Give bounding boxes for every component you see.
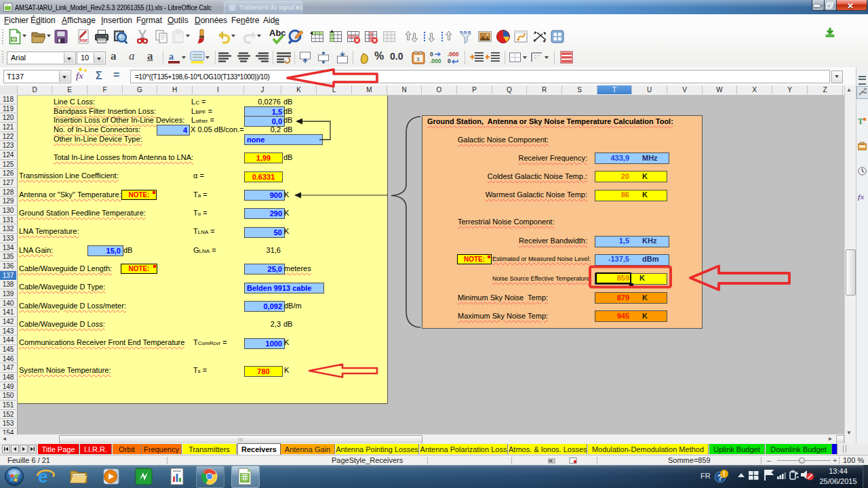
svg-text:.000: .000 <box>448 51 459 58</box>
svg-text:0: 0 <box>430 51 433 58</box>
svg-text:.000: .000 <box>430 58 441 64</box>
svg-text:!: ! <box>723 470 725 478</box>
svg-text:a: a <box>169 52 174 62</box>
svg-text:fx: fx <box>858 192 865 201</box>
svg-text:3: 3 <box>416 56 420 62</box>
svg-text:0: 0 <box>448 58 451 64</box>
svg-text:T: T <box>858 117 863 125</box>
svg-text:PDF: PDF <box>80 39 88 43</box>
